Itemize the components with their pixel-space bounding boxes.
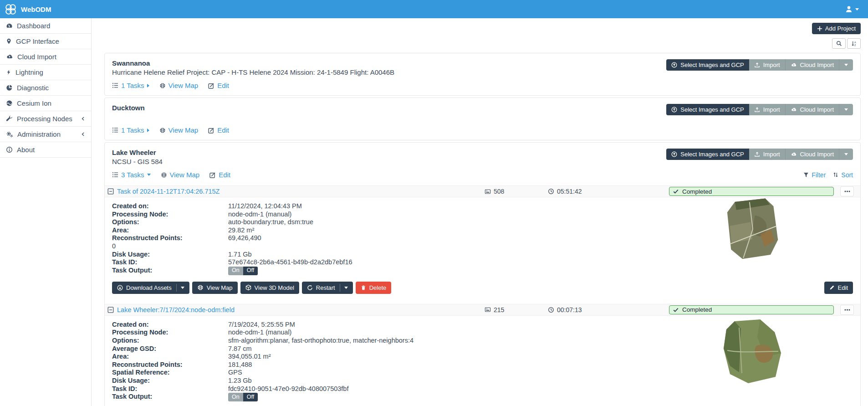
- restart-label: Restart: [316, 284, 335, 291]
- filter-tasks-link[interactable]: Filter: [803, 171, 826, 179]
- upload-options-caret-button[interactable]: [839, 149, 853, 160]
- detail-label: Disk Usage:: [112, 251, 228, 259]
- brand-label: WebODM: [21, 5, 51, 13]
- select-images-gcp-button[interactable]: Select Images and GCP: [666, 59, 749, 71]
- plus-icon: [817, 26, 822, 31]
- edit-project-link[interactable]: Edit: [209, 171, 230, 179]
- detail-label: Created on:: [112, 202, 228, 211]
- tasks-toggle-link[interactable]: 1 Tasks: [112, 126, 149, 134]
- project-upload-buttons: Select Images and GCP Import Cloud Impor…: [666, 59, 853, 71]
- sort-az-button[interactable]: AZ: [847, 38, 861, 49]
- upload-icon: [754, 62, 760, 68]
- edit-task-button[interactable]: Edit: [824, 282, 853, 294]
- detail-label: Task ID:: [112, 258, 228, 267]
- task-name-link[interactable]: Task of 2024-11-12T17:04:26.715Z: [117, 188, 220, 195]
- cloud-import-button[interactable]: Cloud Import: [785, 104, 839, 115]
- info-icon: [6, 146, 13, 153]
- view-map-button[interactable]: View Map: [192, 282, 238, 294]
- toggle-on[interactable]: On: [228, 267, 243, 275]
- download-assets-button[interactable]: Download Assets: [112, 282, 189, 294]
- sidebar-item-gcp-interface[interactable]: GCP Interface: [0, 34, 91, 49]
- edit-project-link[interactable]: Edit: [208, 82, 229, 89]
- view-map-link[interactable]: View Map: [161, 171, 200, 179]
- caret-down-icon: [844, 153, 848, 155]
- task-options-button[interactable]: [840, 305, 854, 315]
- download-options-caret[interactable]: [176, 284, 184, 292]
- view-map-link[interactable]: View Map: [159, 82, 199, 89]
- select-images-gcp-label: Select Images and GCP: [680, 62, 744, 68]
- toggle-on[interactable]: On: [228, 393, 243, 401]
- view-map-label: View Map: [168, 126, 199, 134]
- sort-tasks-link[interactable]: Sort: [833, 171, 853, 179]
- tasks-toggle-link[interactable]: 3 Tasks: [112, 171, 151, 179]
- bolt-icon: [6, 69, 11, 76]
- detail-label: Reconstructed Points:: [112, 234, 228, 242]
- download-assets-label: Download Assets: [126, 284, 172, 291]
- upload-options-caret-button[interactable]: [839, 59, 853, 71]
- view-map-label: View Map: [207, 284, 233, 291]
- edit-pencil-icon: [209, 172, 216, 178]
- clock-icon: [548, 307, 554, 313]
- caret-down-icon: [344, 287, 348, 289]
- webodm-brand[interactable]: WebODM: [5, 3, 51, 15]
- collapse-minus-icon[interactable]: [107, 188, 114, 195]
- tasks-toggle-link[interactable]: 1 Tasks: [112, 82, 149, 89]
- select-images-gcp-button[interactable]: Select Images and GCP: [666, 149, 749, 160]
- sidebar-item-cesium-ion[interactable]: Cesium Ion: [0, 96, 91, 111]
- sidebar-item-dashboard[interactable]: Dashboard: [0, 18, 91, 34]
- edit-pencil-icon: [208, 127, 214, 134]
- project-card: Ducktown Select Images and GCP Import: [104, 98, 861, 140]
- select-images-gcp-label: Select Images and GCP: [680, 106, 744, 113]
- sidebar-item-processing-nodes[interactable]: Processing Nodes: [0, 111, 91, 127]
- import-button[interactable]: Import: [749, 104, 785, 115]
- sidebar-item-cloud-import[interactable]: Cloud Import: [0, 49, 91, 65]
- cloud-import-button[interactable]: Cloud Import: [785, 59, 839, 71]
- restart-options-caret[interactable]: [340, 284, 348, 292]
- status-badge: Completed: [669, 187, 834, 196]
- task-output-toggle[interactable]: OnOff: [228, 267, 258, 275]
- restart-button[interactable]: Restart: [302, 282, 353, 294]
- orthophoto-thumbnail[interactable]: [724, 197, 782, 262]
- cloud-import-label: Cloud Import: [800, 62, 834, 68]
- import-button[interactable]: Import: [749, 149, 785, 160]
- collapse-minus-icon[interactable]: [107, 307, 114, 313]
- pencil-icon: [829, 285, 835, 290]
- detail-value: 29.82 m²: [228, 226, 254, 234]
- view-3d-model-button[interactable]: View 3D Model: [240, 282, 299, 294]
- delete-label: Delete: [369, 284, 387, 291]
- upload-options-caret-button[interactable]: [839, 104, 853, 115]
- task-name-link[interactable]: Lake Wheeler:7/17/2024:node-odm:field: [117, 306, 235, 313]
- add-project-button[interactable]: Add Project: [812, 23, 861, 34]
- task-item: Lake Wheeler:7/17/2024:node-odm:field 21…: [112, 304, 853, 406]
- user-menu[interactable]: [845, 5, 859, 13]
- caret-down-icon: [181, 287, 184, 289]
- globe-icon: [159, 82, 166, 89]
- sidebar-item-lightning[interactable]: Lightning: [0, 65, 91, 80]
- svg-text:Z: Z: [854, 44, 856, 46]
- upload-icon: [754, 107, 760, 113]
- edit-project-link[interactable]: Edit: [208, 126, 229, 134]
- import-button[interactable]: Import: [749, 59, 785, 71]
- task-output-toggle[interactable]: OnOff: [228, 393, 258, 401]
- toggle-off[interactable]: Off: [243, 267, 258, 275]
- sidebar-item-administration[interactable]: Administration: [0, 127, 91, 142]
- delete-button[interactable]: Delete: [356, 282, 392, 294]
- sidebar-item-about[interactable]: About: [0, 142, 91, 158]
- ellipsis-icon: [844, 190, 850, 192]
- search-button[interactable]: [832, 38, 846, 49]
- view-map-link[interactable]: View Map: [159, 126, 199, 134]
- project-name: Lake Wheeler: [112, 149, 163, 156]
- tasks-count-label: 1 Tasks: [121, 82, 144, 89]
- select-images-gcp-button[interactable]: Select Images and GCP: [666, 104, 749, 115]
- top-navbar: WebODM: [0, 0, 868, 18]
- detail-value: 1.23 Gb: [228, 377, 252, 384]
- sidebar-item-diagnostic[interactable]: Diagnostic: [0, 80, 91, 96]
- toggle-off[interactable]: Off: [243, 393, 258, 401]
- cloud-icon: [791, 62, 797, 68]
- sidebar-item-label: Processing Nodes: [17, 115, 72, 123]
- cloud-import-button[interactable]: Cloud Import: [785, 149, 839, 160]
- orthophoto-thumbnail[interactable]: [721, 319, 785, 385]
- task-header-row: Lake Wheeler:7/17/2024:node-odm:field 21…: [105, 304, 860, 316]
- detail-label: Average GSD:: [112, 345, 228, 353]
- task-options-button[interactable]: [840, 186, 854, 196]
